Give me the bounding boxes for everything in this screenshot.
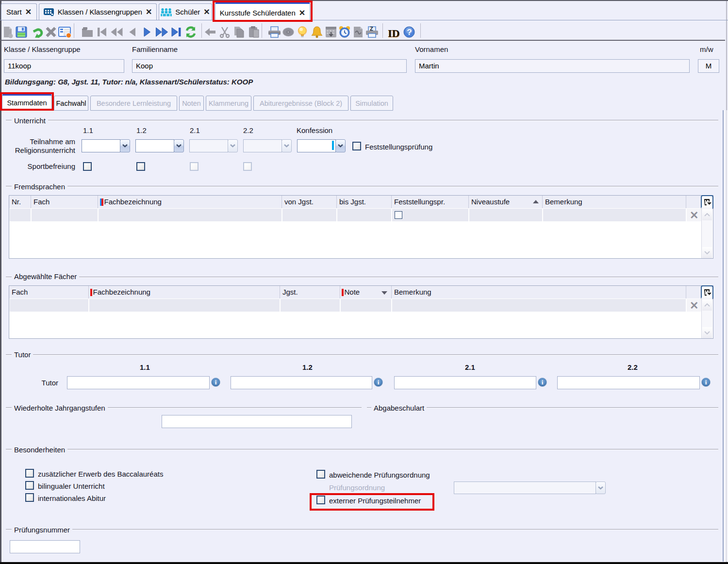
svg-text:?: ? bbox=[407, 28, 412, 37]
